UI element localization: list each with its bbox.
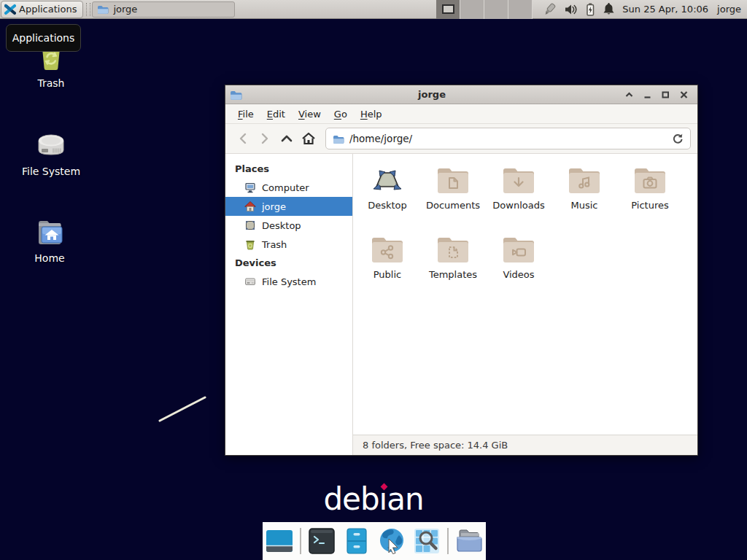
- folder-label: Videos: [503, 269, 534, 280]
- notification-bell-icon[interactable]: [603, 2, 615, 16]
- computer-icon: [244, 182, 256, 193]
- applications-tooltip: Applications: [6, 24, 81, 52]
- folder-label: Public: [374, 269, 401, 280]
- folder-label: Templates: [429, 269, 477, 280]
- dock: [263, 522, 486, 560]
- location-text: /home/jorge/: [349, 133, 412, 144]
- home-button[interactable]: [298, 128, 320, 149]
- show-desktop-icon[interactable]: [265, 526, 294, 556]
- folder-dock-icon[interactable]: [454, 526, 484, 556]
- sidebar-item-trash[interactable]: Trash: [225, 235, 352, 254]
- folder-icon: [97, 4, 109, 15]
- window-folder-icon: [230, 89, 242, 101]
- home-folder-icon: [15, 214, 85, 251]
- reload-icon[interactable]: [672, 133, 684, 144]
- maximize-button[interactable]: [658, 88, 673, 102]
- back-button[interactable]: [232, 128, 254, 149]
- window-titlebar[interactable]: jorge: [225, 85, 697, 104]
- sidebar-item-computer[interactable]: Computer: [225, 178, 352, 197]
- folder-label: Pictures: [631, 200, 668, 211]
- applications-menu-button[interactable]: Applications: [1, 1, 83, 18]
- workspace-switcher: [436, 0, 533, 19]
- dock-separator: [447, 528, 449, 554]
- workspace-4[interactable]: [508, 0, 533, 19]
- workspace-3[interactable]: [484, 0, 508, 19]
- file-grid: Desktop Documents: [353, 154, 697, 435]
- menu-view[interactable]: View: [292, 106, 328, 122]
- desktop-icon-file-system[interactable]: File System: [16, 128, 86, 177]
- folder-item-videos[interactable]: Videos: [486, 230, 551, 300]
- location-folder-icon: [333, 133, 344, 144]
- desktop-icon: [244, 219, 256, 231]
- shade-button[interactable]: [622, 88, 637, 102]
- desktop-icon-label: Trash: [16, 77, 86, 89]
- status-bar: 8 folders, Free space: 14.4 GiB: [353, 435, 697, 455]
- folder-item-music[interactable]: Music: [551, 161, 617, 230]
- menu-go[interactable]: Go: [328, 106, 354, 122]
- downloads-folder-icon: [501, 163, 536, 198]
- panel-username: jorge: [717, 4, 741, 15]
- hard-drive-icon: [16, 128, 86, 164]
- documents-folder-icon: [436, 163, 471, 198]
- sidebar-item-label: Desktop: [262, 220, 301, 231]
- workspace-window-preview: [442, 4, 454, 14]
- videos-folder-icon: [501, 232, 536, 267]
- window-title: jorge: [245, 89, 619, 100]
- system-tray: [541, 2, 615, 17]
- volume-icon[interactable]: [564, 3, 578, 16]
- sidebar-item-label: File System: [262, 276, 316, 287]
- terminal-icon[interactable]: [307, 526, 336, 556]
- workspace-1[interactable]: [436, 0, 460, 19]
- up-button[interactable]: [276, 128, 298, 149]
- folder-item-downloads[interactable]: Downloads: [486, 161, 551, 230]
- app-finder-icon[interactable]: [412, 526, 441, 556]
- toolbar: /home/jorge/: [225, 124, 697, 154]
- folder-item-templates[interactable]: Templates: [420, 230, 486, 300]
- top-panel: Applications jorge: [0, 0, 747, 19]
- home-icon: [244, 201, 256, 212]
- music-folder-icon: [567, 163, 602, 198]
- templates-folder-icon: [436, 232, 471, 267]
- window-body: Places Computer: [225, 154, 697, 455]
- trash-icon: [244, 238, 256, 250]
- web-browser-icon[interactable]: [377, 526, 406, 556]
- battery-icon[interactable]: [584, 2, 596, 17]
- sidebar-devices-header: Devices: [225, 254, 352, 272]
- folder-item-pictures[interactable]: Pictures: [617, 161, 683, 230]
- sidebar-item-label: jorge: [262, 201, 286, 212]
- file-cabinet-icon[interactable]: [342, 526, 371, 556]
- folder-label: Desktop: [368, 200, 407, 211]
- sidebar-item-file-system[interactable]: File System: [225, 272, 352, 291]
- panel-clock[interactable]: Sun 25 Apr, 10:06: [622, 4, 708, 15]
- applications-menu-label: Applications: [19, 4, 77, 15]
- forward-button[interactable]: [254, 128, 276, 149]
- desktop-icon-home[interactable]: Home: [15, 214, 85, 264]
- desktop-special-icon: [370, 163, 405, 198]
- panel-handle[interactable]: [86, 3, 90, 16]
- sidebar-item-label: Trash: [262, 239, 287, 250]
- folder-item-desktop[interactable]: Desktop: [355, 161, 420, 230]
- taskbar-window-button[interactable]: jorge: [92, 1, 235, 18]
- menu-edit[interactable]: Edit: [260, 106, 292, 122]
- sidebar-item-jorge[interactable]: jorge: [225, 197, 352, 216]
- public-folder-icon: [370, 232, 405, 267]
- pen-tablet-icon[interactable]: [541, 2, 557, 17]
- menu-bar: File Edit View Go Help: [225, 104, 697, 124]
- folder-label: Downloads: [492, 200, 544, 211]
- desktop-icon-label: File System: [16, 166, 86, 177]
- minimize-button[interactable]: [640, 88, 655, 102]
- folder-item-public[interactable]: Public: [355, 230, 420, 300]
- sidebar: Places Computer: [225, 154, 353, 455]
- file-view: Desktop Documents: [353, 154, 697, 455]
- folder-label: Documents: [426, 200, 480, 211]
- workspace-2[interactable]: [460, 0, 484, 19]
- wallpaper-scratch-line: [158, 396, 206, 422]
- location-bar[interactable]: /home/jorge/: [325, 128, 691, 149]
- menu-help[interactable]: Help: [354, 106, 389, 122]
- xfce-logo-icon: [4, 4, 16, 15]
- dock-separator: [300, 528, 301, 554]
- sidebar-item-desktop[interactable]: Desktop: [225, 216, 352, 235]
- folder-item-documents[interactable]: Documents: [420, 161, 486, 230]
- menu-file[interactable]: File: [231, 106, 260, 122]
- close-button[interactable]: [676, 88, 692, 102]
